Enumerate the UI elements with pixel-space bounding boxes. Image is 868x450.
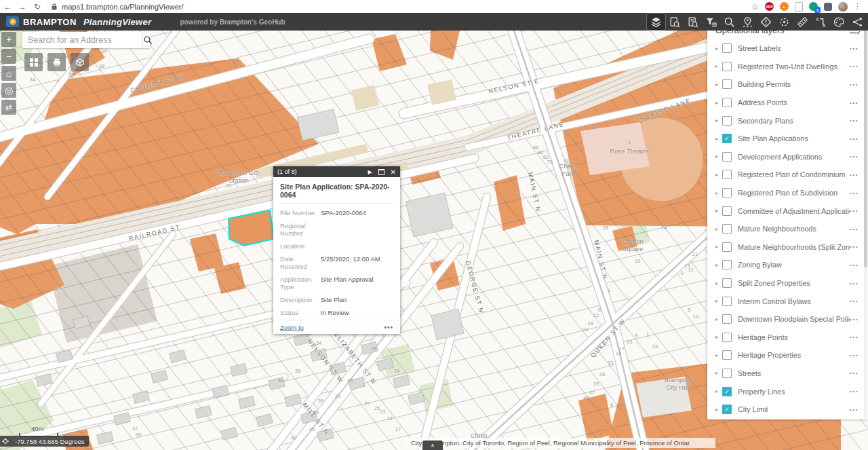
search-input[interactable] — [22, 32, 142, 48]
layer-expander-icon[interactable]: ▸ — [715, 316, 718, 322]
measurement-tool-button[interactable] — [793, 14, 812, 30]
url-text[interactable]: maps1.brampton.ca/PlanningViewer/ — [62, 3, 184, 11]
layer-options-button[interactable]: ••• — [850, 280, 859, 286]
popup-more-icon[interactable]: ••• — [384, 324, 393, 331]
layer-checkbox[interactable] — [722, 152, 732, 162]
home-extent-button[interactable]: ⌂ — [1, 66, 16, 81]
profile-avatar[interactable] — [838, 2, 848, 12]
property-report-tool-button[interactable] — [684, 14, 702, 30]
layer-options-button[interactable]: ••• — [850, 172, 859, 178]
print-button[interactable] — [47, 53, 66, 71]
draw-tool-button[interactable] — [830, 14, 848, 30]
locate-tool-button[interactable] — [775, 14, 793, 30]
search-button[interactable] — [142, 32, 153, 48]
browser-menu-icon[interactable]: ⋮ — [854, 2, 861, 11]
layer-checkbox[interactable] — [722, 170, 732, 179]
layer-expander-icon[interactable]: ▸ — [715, 298, 718, 304]
layer-options-button[interactable]: ••• — [850, 63, 859, 69]
popup-header[interactable]: (1 of 8) ▶ ✕ — [273, 166, 400, 177]
layer-expander-icon[interactable]: ▸ — [715, 280, 718, 286]
layer-checkbox[interactable] — [722, 188, 732, 198]
my-location-button[interactable]: ◎ — [1, 83, 16, 98]
layer-options-button[interactable]: ••• — [850, 298, 859, 304]
green-extension-icon[interactable]: 1 — [809, 2, 818, 11]
layer-options-button[interactable]: ••• — [850, 352, 859, 358]
layer-options-button[interactable]: ••• — [850, 370, 859, 376]
page-extension-icon[interactable] — [795, 2, 803, 12]
popup-maximize-icon[interactable] — [378, 169, 384, 175]
layer-options-button[interactable]: ••• — [850, 45, 859, 52]
layer-expander-icon[interactable]: ▸ — [715, 153, 718, 160]
layer-expander-icon[interactable]: ▸ — [715, 208, 718, 214]
layer-checkbox[interactable] — [722, 116, 732, 126]
layer-options-button[interactable]: ••• — [850, 244, 859, 250]
layer-options-button[interactable]: ••• — [850, 334, 859, 340]
layer-expander-icon[interactable]: ▸ — [715, 136, 718, 142]
layer-expander-icon[interactable]: ▸ — [715, 407, 718, 413]
layer-checkbox[interactable] — [722, 224, 732, 233]
layer-checkbox[interactable]: ✓ — [722, 134, 732, 143]
layer-options-button[interactable]: ••• — [850, 226, 859, 232]
browser-back-icon[interactable]: ← — [0, 2, 15, 12]
popup-next-icon[interactable]: ▶ — [368, 169, 372, 175]
export-map-button[interactable] — [71, 53, 89, 71]
layer-expander-icon[interactable]: ▸ — [715, 388, 718, 394]
layer-checkbox[interactable] — [722, 278, 732, 288]
layer-options-button[interactable]: ••• — [850, 208, 859, 214]
filter-tool-button[interactable] — [702, 14, 720, 30]
select-by-location-tool-button[interactable] — [738, 14, 757, 30]
coordinate-crosshair-icon[interactable] — [0, 436, 10, 447]
layer-expander-icon[interactable]: ▸ — [715, 226, 718, 232]
layer-checkbox[interactable] — [722, 260, 732, 269]
layer-expander-icon[interactable]: ▸ — [715, 100, 718, 106]
browser-reload-icon[interactable]: ↻ — [30, 2, 45, 12]
extensions-puzzle-icon[interactable] — [824, 3, 832, 11]
layer-checkbox[interactable] — [722, 79, 732, 89]
layer-options-button[interactable]: ••• — [850, 100, 859, 106]
layer-checkbox[interactable] — [722, 98, 732, 107]
layer-options-button[interactable]: ••• — [850, 407, 859, 413]
layer-checkbox[interactable] — [722, 333, 732, 342]
layer-expander-icon[interactable]: ▸ — [715, 172, 718, 178]
browser-forward-icon[interactable]: → — [15, 2, 30, 12]
layer-options-button[interactable]: ••• — [850, 262, 859, 268]
layer-options-button[interactable]: ••• — [850, 117, 859, 124]
layer-expander-icon[interactable]: ▸ — [715, 352, 718, 358]
layer-expander-icon[interactable]: ▸ — [715, 63, 718, 69]
legend-scrollbar[interactable] — [864, 20, 867, 419]
layer-expander-icon[interactable]: ▸ — [715, 81, 718, 88]
layer-checkbox[interactable] — [722, 62, 732, 71]
extent-navigate-button[interactable]: ⇄ — [1, 100, 16, 115]
report-issue-tool-button[interactable] — [757, 14, 775, 30]
parcel-search-tool-button[interactable] — [665, 14, 684, 30]
query-tool-button[interactable] — [720, 14, 738, 30]
layer-checkbox[interactable] — [722, 43, 732, 53]
layer-expander-icon[interactable]: ▸ — [715, 334, 718, 340]
share-tool-button[interactable] — [848, 14, 867, 30]
orange-extension-icon[interactable]: ▸ — [780, 2, 789, 11]
layer-expander-icon[interactable]: ▸ — [715, 117, 718, 124]
zoom-to-link[interactable]: Zoom to — [280, 324, 304, 331]
layer-expander-icon[interactable]: ▸ — [715, 45, 718, 52]
bookmark-star-icon[interactable]: ☆ — [751, 2, 759, 12]
popup-close-icon[interactable]: ✕ — [391, 168, 396, 176]
zoom-out-button[interactable]: − — [1, 49, 16, 64]
layer-expander-icon[interactable]: ▸ — [715, 370, 718, 376]
directions-tool-button[interactable]: AB — [812, 14, 830, 30]
layers-tool-button[interactable] — [647, 14, 665, 30]
attribution-expander[interactable]: ∧ — [422, 440, 443, 450]
layer-options-button[interactable]: ••• — [850, 136, 859, 142]
zoom-in-button[interactable]: + — [1, 32, 16, 47]
layer-options-button[interactable]: ••• — [850, 388, 859, 394]
layer-expander-icon[interactable]: ▸ — [715, 244, 718, 250]
layer-checkbox[interactable]: ✓ — [722, 405, 732, 414]
layer-checkbox[interactable] — [722, 369, 732, 378]
layer-options-button[interactable]: ••• — [850, 316, 859, 322]
basemap-gallery-button[interactable] — [24, 53, 43, 71]
adblock-extension-icon[interactable]: ABP — [765, 2, 774, 11]
layer-options-button[interactable]: ••• — [850, 81, 859, 88]
layer-options-button[interactable]: ••• — [850, 190, 859, 196]
layer-checkbox[interactable] — [722, 242, 732, 252]
layer-checkbox[interactable] — [722, 297, 732, 306]
layer-checkbox[interactable] — [722, 206, 732, 216]
